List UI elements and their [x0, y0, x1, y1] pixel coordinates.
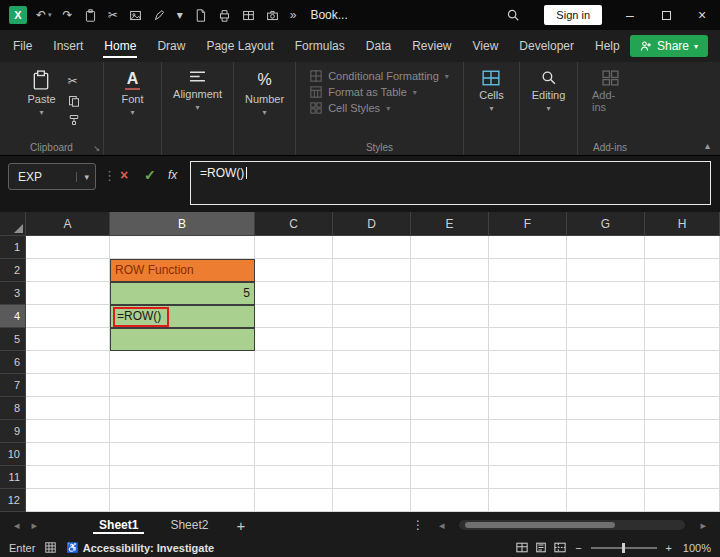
row-header-12[interactable]: 12 — [0, 489, 26, 512]
menu-item-draw[interactable]: Draw — [156, 31, 186, 61]
normal-view-icon[interactable] — [516, 542, 528, 553]
cell-F5[interactable] — [489, 328, 567, 351]
menu-item-file[interactable]: File — [12, 31, 33, 61]
cell-H7[interactable] — [645, 374, 720, 397]
cell-E4[interactable] — [411, 305, 489, 328]
menu-item-developer[interactable]: Developer — [518, 31, 575, 61]
cell-D9[interactable] — [333, 420, 411, 443]
clipboard-icon[interactable] — [84, 9, 97, 22]
zoom-in-button[interactable]: + — [666, 542, 672, 554]
cell-A1[interactable] — [26, 236, 110, 259]
search-icon[interactable] — [492, 8, 534, 22]
row-header-3[interactable]: 3 — [0, 282, 26, 305]
cell-C2[interactable] — [255, 259, 333, 282]
menu-item-review[interactable]: Review — [411, 31, 452, 61]
minimize-button[interactable]: – — [612, 0, 648, 30]
cell-B1[interactable] — [110, 236, 255, 259]
cell-B3[interactable]: 5 — [110, 282, 255, 305]
cell-A7[interactable] — [26, 374, 110, 397]
alignment-button[interactable]: Alignment ▾ — [167, 68, 228, 114]
conditional-formatting-button[interactable]: Conditional Formatting ▾ — [310, 70, 449, 82]
horizontal-scrollbar-thumb[interactable] — [465, 522, 615, 528]
zoom-out-button[interactable]: − — [575, 542, 581, 554]
cell-C12[interactable] — [255, 489, 333, 512]
cell-G10[interactable] — [567, 443, 645, 466]
cell-F6[interactable] — [489, 351, 567, 374]
cell-C9[interactable] — [255, 420, 333, 443]
cell-A12[interactable] — [26, 489, 110, 512]
cell-B5[interactable] — [110, 328, 255, 351]
cell-C4[interactable] — [255, 305, 333, 328]
menu-item-insert[interactable]: Insert — [52, 31, 84, 61]
cut-icon[interactable]: ✂ — [108, 8, 118, 22]
zoom-slider-thumb[interactable] — [622, 543, 625, 553]
cell-A5[interactable] — [26, 328, 110, 351]
cell-G1[interactable] — [567, 236, 645, 259]
confirm-entry-button[interactable]: ✓ — [144, 167, 156, 183]
table-icon[interactable] — [242, 9, 255, 22]
macro-record-icon[interactable] — [45, 542, 56, 553]
cell-F9[interactable] — [489, 420, 567, 443]
format-as-table-button[interactable]: Format as Table ▾ — [310, 86, 449, 98]
cell-E9[interactable] — [411, 420, 489, 443]
cell-G7[interactable] — [567, 374, 645, 397]
cell-C6[interactable] — [255, 351, 333, 374]
prev-sheet-icon[interactable]: ◂ — [8, 519, 26, 532]
overflow-icon[interactable]: » — [290, 8, 297, 22]
cell-G11[interactable] — [567, 466, 645, 489]
cell-F11[interactable] — [489, 466, 567, 489]
sign-in-button[interactable]: Sign in — [544, 5, 602, 25]
column-header-B[interactable]: B — [110, 212, 255, 236]
row-header-10[interactable]: 10 — [0, 443, 26, 466]
column-header-A[interactable]: A — [26, 212, 110, 236]
cell-G6[interactable] — [567, 351, 645, 374]
sheet-bar-dots-icon[interactable]: ⋮ — [412, 518, 424, 532]
cell-A6[interactable] — [26, 351, 110, 374]
cell-A11[interactable] — [26, 466, 110, 489]
cell-F12[interactable] — [489, 489, 567, 512]
cell-B2[interactable]: ROW Function — [110, 259, 255, 282]
page-break-view-icon[interactable] — [554, 542, 566, 553]
column-header-C[interactable]: C — [255, 212, 333, 236]
cell-G3[interactable] — [567, 282, 645, 305]
cell-E2[interactable] — [411, 259, 489, 282]
sheet-tab-sheet2[interactable]: Sheet2 — [154, 514, 224, 536]
cell-styles-button[interactable]: Cell Styles ▾ — [310, 102, 449, 114]
cell-H5[interactable] — [645, 328, 720, 351]
insert-function-button[interactable]: fx — [168, 168, 177, 182]
column-header-D[interactable]: D — [333, 212, 411, 236]
cell-C11[interactable] — [255, 466, 333, 489]
cell-H10[interactable] — [645, 443, 720, 466]
cell-D6[interactable] — [333, 351, 411, 374]
cell-A10[interactable] — [26, 443, 110, 466]
row-header-4[interactable]: 4 — [0, 305, 26, 328]
cell-B8[interactable] — [110, 397, 255, 420]
name-box[interactable]: EXP ▾ — [8, 163, 96, 190]
cell-F4[interactable] — [489, 305, 567, 328]
cell-F2[interactable] — [489, 259, 567, 282]
zoom-level[interactable]: 100% — [681, 542, 711, 554]
cell-B4[interactable]: =ROW() — [110, 305, 255, 328]
cell-B10[interactable] — [110, 443, 255, 466]
cell-H12[interactable] — [645, 489, 720, 512]
cell-C7[interactable] — [255, 374, 333, 397]
undo-icon[interactable]: ↶▾ — [36, 8, 52, 22]
paste-button[interactable]: Paste ▾ — [21, 68, 61, 119]
row-header-9[interactable]: 9 — [0, 420, 26, 443]
cell-C10[interactable] — [255, 443, 333, 466]
column-header-H[interactable]: H — [645, 212, 720, 236]
sheet-tab-sheet1[interactable]: Sheet1 — [83, 514, 154, 536]
cell-D1[interactable] — [333, 236, 411, 259]
new-document-icon[interactable] — [194, 9, 207, 22]
menu-item-help[interactable]: Help — [594, 31, 621, 61]
row-header-11[interactable]: 11 — [0, 466, 26, 489]
row-header-6[interactable]: 6 — [0, 351, 26, 374]
camera-icon[interactable] — [266, 9, 279, 22]
add-sheet-button[interactable]: + — [224, 517, 257, 534]
restore-button[interactable] — [648, 0, 684, 30]
cell-A9[interactable] — [26, 420, 110, 443]
cell-D4[interactable] — [333, 305, 411, 328]
image-icon[interactable] — [129, 9, 142, 22]
cell-G12[interactable] — [567, 489, 645, 512]
cell-D2[interactable] — [333, 259, 411, 282]
